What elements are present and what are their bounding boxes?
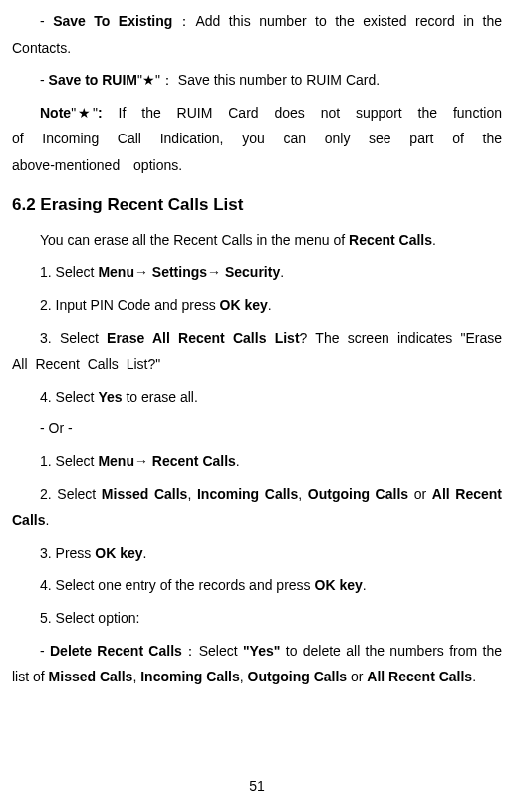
bold-text: Incoming Calls (140, 669, 240, 684)
bold-text: Missed Calls (49, 669, 133, 684)
text: . (236, 453, 240, 469)
page-number: 51 (0, 778, 514, 794)
bold-text: Menu→ Settings→ Security (98, 264, 280, 280)
text: - (40, 643, 50, 659)
bold-text: OK key (220, 297, 268, 313)
bold-text: Menu→ Recent Calls (98, 453, 235, 469)
bold-text: Note (40, 105, 71, 121)
bold-text: Outgoing Calls (248, 669, 348, 684)
text: . (268, 297, 272, 313)
text: 1. Select (40, 453, 98, 469)
text: or (408, 486, 432, 502)
bold-text: Incoming Calls (197, 486, 298, 502)
bold-text: All Recent Calls (367, 669, 472, 684)
step-1b: 1. Select Menu→ Recent Calls. (12, 448, 502, 475)
text: or (347, 669, 367, 684)
para-save-to-existing: - Save To Existing：Add this number to th… (12, 8, 502, 61)
para-note: Note"★": If the RUIM Card does not suppo… (12, 100, 502, 179)
text: , (187, 486, 197, 502)
text: 3. Press (40, 545, 95, 561)
text: . (472, 669, 476, 684)
text: . (363, 577, 367, 593)
step-4a: 4. Select Yes to erase all. (12, 384, 502, 410)
text: 1. Select (40, 264, 98, 280)
text: 4. Select one entry of the records and p… (40, 577, 315, 593)
text: to erase all. (123, 389, 198, 405)
text: 2. Select (40, 486, 102, 502)
text: "★" (71, 105, 98, 121)
bold-text: Delete Recent Calls (50, 643, 182, 659)
step-3a: 3. Select Erase All Recent Calls List? T… (12, 325, 502, 378)
or-separator: - Or - (12, 415, 502, 442)
text: 2. Input PIN Code and press (40, 297, 220, 313)
text: ：Select (182, 643, 243, 659)
text: . (45, 512, 49, 528)
bold-text: Missed Calls (102, 486, 188, 502)
step-2b: 2. Select Missed Calls, Incoming Calls, … (12, 481, 502, 534)
para-delete-recent: - Delete Recent Calls：Select "Yes" to de… (12, 638, 502, 690)
bold-text: OK key (95, 545, 142, 561)
text: - (40, 72, 49, 88)
para-save-to-ruim: - Save to RUIM"★"： Save this number to R… (12, 67, 502, 94)
text: - (40, 13, 53, 29)
step-4b: 4. Select one entry of the records and p… (12, 572, 502, 599)
text: . (280, 264, 284, 280)
section-heading: 6.2 Erasing Recent Calls List (12, 189, 502, 221)
text: 3. Select (40, 330, 107, 346)
step-3b: 3. Press OK key. (12, 540, 502, 567)
bold-text: Erase All Recent Calls List (107, 330, 300, 346)
text: "★"： Save this number to RUIM Card. (137, 72, 380, 88)
text: 4. Select (40, 389, 98, 405)
bold-text: OK key (315, 577, 363, 593)
bold-text: Save To Existing (53, 13, 172, 29)
bold-text: Outgoing Calls (308, 486, 408, 502)
text: , (298, 486, 308, 502)
text: , (240, 669, 248, 684)
bold-text: Save to RUIM (49, 72, 137, 88)
text: . (432, 232, 436, 248)
bold-text: Recent Calls (349, 232, 432, 248)
step-2a: 2. Input PIN Code and press OK key. (12, 292, 502, 319)
text: . (143, 545, 147, 561)
bold-text: Yes (98, 389, 122, 405)
text: You can erase all the Recent Calls in th… (40, 232, 349, 248)
para-intro: You can erase all the Recent Calls in th… (12, 227, 502, 254)
step-1a: 1. Select Menu→ Settings→ Security. (12, 259, 502, 286)
document-page: - Save To Existing：Add this number to th… (0, 0, 514, 690)
bold-text: "Yes" (243, 643, 280, 659)
step-5b: 5. Select option: (12, 605, 502, 632)
